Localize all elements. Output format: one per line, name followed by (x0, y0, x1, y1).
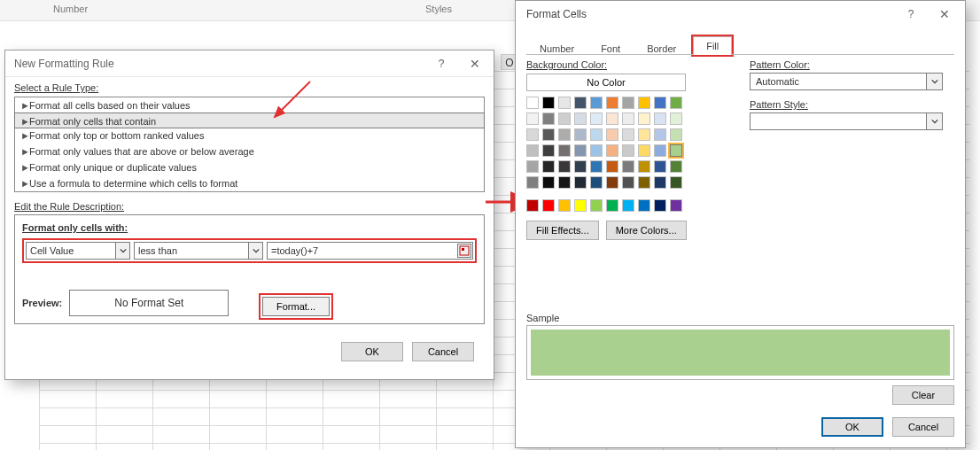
more-colors-button[interactable]: More Colors... (606, 221, 687, 240)
ok-button[interactable]: OK (341, 342, 403, 361)
rule-type-item[interactable]: ►Format only unique or duplicate values (15, 159, 484, 175)
color-swatch[interactable] (654, 144, 666, 157)
pattern-color-select[interactable]: Automatic (750, 73, 943, 90)
color-swatch[interactable] (670, 112, 682, 125)
cancel-button[interactable]: Cancel (892, 417, 954, 437)
color-swatch[interactable] (670, 144, 682, 157)
color-swatch[interactable] (526, 97, 539, 109)
color-swatch[interactable] (654, 176, 666, 189)
color-swatch[interactable] (638, 144, 650, 157)
color-swatch[interactable] (590, 144, 603, 157)
ok-button[interactable]: OK (821, 417, 883, 437)
color-swatch[interactable] (606, 176, 618, 189)
color-swatch[interactable] (526, 144, 539, 157)
close-button[interactable]: ✕ (931, 1, 958, 27)
color-swatch[interactable] (558, 112, 571, 125)
color-swatch[interactable] (654, 160, 666, 173)
no-color-button[interactable]: No Color (526, 74, 686, 91)
color-swatch[interactable] (574, 112, 587, 125)
color-swatch[interactable] (590, 199, 603, 212)
color-swatch[interactable] (590, 112, 603, 125)
color-swatch[interactable] (542, 128, 555, 141)
color-swatch[interactable] (606, 128, 618, 141)
tab-divider (526, 54, 954, 55)
color-swatch[interactable] (574, 97, 587, 109)
formula-input[interactable]: =today()+7 (267, 242, 473, 260)
color-swatch[interactable] (622, 176, 634, 189)
color-swatch[interactable] (526, 199, 539, 212)
color-swatch[interactable] (558, 160, 571, 173)
color-swatch[interactable] (542, 176, 555, 189)
color-swatch[interactable] (622, 97, 634, 109)
color-swatch[interactable] (606, 97, 618, 109)
color-swatch[interactable] (670, 199, 682, 212)
color-swatch[interactable] (574, 128, 587, 141)
rule-type-item[interactable]: ►Format only cells that contain (14, 112, 485, 128)
rule-type-item[interactable]: ►Format only top or bottom ranked values (15, 128, 484, 144)
color-swatch[interactable] (670, 176, 682, 189)
color-swatch[interactable] (574, 199, 587, 212)
color-swatch[interactable] (558, 128, 571, 141)
rule-type-item[interactable]: ►Format all cells based on their values (15, 97, 484, 113)
color-swatch[interactable] (574, 160, 587, 173)
color-swatch[interactable] (590, 97, 603, 109)
criteria-row: Cell Value less than =today()+7 (22, 238, 477, 263)
color-swatch[interactable] (542, 112, 555, 125)
color-swatch[interactable] (558, 176, 571, 189)
color-swatch[interactable] (526, 112, 539, 125)
color-swatch[interactable] (606, 160, 618, 173)
color-swatch[interactable] (654, 97, 666, 109)
color-swatch[interactable] (574, 176, 587, 189)
color-swatch[interactable] (638, 97, 650, 109)
close-button[interactable]: ✕ (462, 50, 488, 77)
color-swatch[interactable] (622, 144, 634, 157)
color-swatch[interactable] (638, 160, 650, 173)
rule-type-item[interactable]: ►Format only values that are above or be… (15, 144, 484, 159)
color-swatch[interactable] (590, 160, 603, 173)
color-swatch[interactable] (622, 128, 634, 141)
color-swatch[interactable] (638, 176, 650, 189)
color-swatch[interactable] (558, 199, 571, 212)
color-swatch[interactable] (542, 144, 555, 157)
color-swatch[interactable] (638, 199, 650, 212)
cancel-button[interactable]: Cancel (412, 342, 474, 361)
rule-type-item[interactable]: ►Use a formula to determine which cells … (15, 175, 484, 191)
chevron-down-icon (926, 74, 942, 89)
color-swatch[interactable] (654, 128, 666, 141)
color-swatch[interactable] (590, 176, 603, 189)
color-swatch[interactable] (542, 199, 555, 212)
pattern-style-select[interactable] (750, 112, 943, 130)
help-button[interactable]: ? (428, 50, 455, 77)
color-swatch[interactable] (558, 97, 571, 109)
operator-select[interactable]: less than (134, 242, 263, 260)
format-button[interactable]: Format... (262, 297, 330, 316)
color-swatch[interactable] (670, 160, 682, 173)
rule-type-list[interactable]: ►Format all cells based on their values►… (14, 97, 485, 192)
color-swatch[interactable] (638, 128, 650, 141)
clear-button[interactable]: Clear (892, 385, 954, 405)
color-swatch[interactable] (606, 112, 618, 125)
color-swatch[interactable] (622, 199, 634, 212)
color-swatch[interactable] (670, 128, 682, 141)
color-swatch[interactable] (542, 160, 555, 173)
fill-effects-button[interactable]: Fill Effects... (526, 221, 599, 240)
color-swatch[interactable] (622, 160, 634, 173)
color-swatch[interactable] (654, 199, 666, 212)
range-selector-icon[interactable] (457, 244, 471, 258)
color-swatch[interactable] (654, 112, 666, 125)
tab-fill[interactable]: Fill (693, 36, 732, 55)
color-swatch[interactable] (526, 176, 539, 189)
color-swatch[interactable] (526, 160, 539, 173)
color-swatch[interactable] (526, 128, 539, 141)
color-swatch[interactable] (622, 112, 634, 125)
color-swatch[interactable] (574, 144, 587, 157)
color-swatch[interactable] (542, 97, 555, 109)
color-swatch[interactable] (590, 128, 603, 141)
color-swatch[interactable] (606, 199, 618, 212)
color-swatch[interactable] (638, 112, 650, 125)
color-swatch[interactable] (670, 97, 682, 109)
criteria-type-select[interactable]: Cell Value (26, 242, 130, 260)
color-swatch[interactable] (606, 144, 618, 157)
help-button[interactable]: ? (898, 1, 924, 27)
color-swatch[interactable] (558, 144, 571, 157)
